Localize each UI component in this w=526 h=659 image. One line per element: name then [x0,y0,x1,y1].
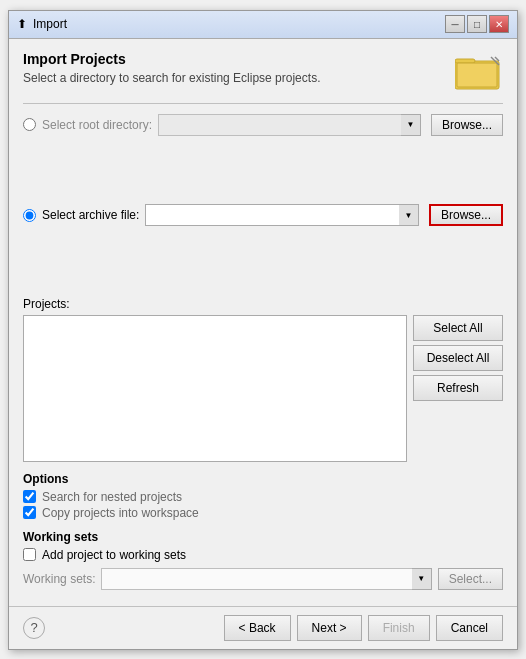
add-working-sets-checkbox[interactable] [23,548,36,561]
archive-file-row: Select archive file: ▼ Browse... [23,142,503,289]
deselect-all-button[interactable]: Deselect All [413,345,503,371]
finish-button[interactable]: Finish [368,615,430,641]
root-directory-dropdown[interactable] [158,114,421,136]
refresh-button[interactable]: Refresh [413,375,503,401]
help-button[interactable]: ? [23,617,45,639]
header-text: Import Projects Select a directory to se… [23,51,320,85]
search-nested-row: Search for nested projects [23,490,503,504]
add-to-working-sets-row: Add project to working sets [23,548,503,562]
header-section: Import Projects Select a directory to se… [23,51,503,91]
folder-icon [455,51,503,91]
working-sets-combo-wrapper: ▼ [101,568,431,590]
projects-list[interactable] [23,315,407,462]
root-directory-combo-wrapper: ▼ [158,114,421,136]
archive-file-label[interactable]: Select archive file: [42,208,139,222]
maximize-button[interactable]: □ [467,15,487,33]
search-nested-checkbox[interactable] [23,490,36,503]
options-title: Options [23,472,503,486]
archive-file-dropdown[interactable] [145,204,419,226]
add-working-sets-label[interactable]: Add project to working sets [42,548,186,562]
cancel-button[interactable]: Cancel [436,615,503,641]
root-directory-row: Select root directory: ▼ Browse... [23,114,503,136]
import-dialog: ⬆ Import ─ □ ✕ Import Projects Select a … [8,10,518,650]
title-buttons: ─ □ ✕ [445,15,509,33]
minimize-button[interactable]: ─ [445,15,465,33]
header-separator [23,103,503,104]
archive-file-combo-wrapper: ▼ [145,204,419,226]
working-sets-section: Working sets Add project to working sets… [23,530,503,590]
window-title: Import [33,17,67,31]
back-button[interactable]: < Back [224,615,291,641]
select-all-button[interactable]: Select All [413,315,503,341]
dialog-footer: ? < Back Next > Finish Cancel [9,606,517,649]
window-icon: ⬆ [17,17,27,31]
footer-buttons: < Back Next > Finish Cancel [224,615,503,641]
next-button[interactable]: Next > [297,615,362,641]
svg-rect-2 [457,63,497,87]
projects-label: Projects: [23,297,503,311]
projects-area: Select All Deselect All Refresh [23,315,503,462]
archive-file-browse-button[interactable]: Browse... [429,204,503,226]
working-sets-dropdown[interactable] [101,568,431,590]
working-sets-select-button[interactable]: Select... [438,568,503,590]
options-section: Options Search for nested projects Copy … [23,472,503,522]
copy-projects-row: Copy projects into workspace [23,506,503,520]
svg-line-4 [495,57,499,61]
title-bar: ⬆ Import ─ □ ✕ [9,11,517,39]
svg-rect-1 [455,59,475,63]
root-directory-browse-button[interactable]: Browse... [431,114,503,136]
footer-left: ? [23,617,45,639]
root-directory-radio[interactable] [23,118,36,131]
working-sets-label: Working sets: [23,572,95,586]
working-sets-title: Working sets [23,530,503,544]
working-sets-input-row: Working sets: ▼ Select... [23,568,503,590]
dialog-subtitle: Select a directory to search for existin… [23,71,320,85]
dialog-title: Import Projects [23,51,320,67]
copy-projects-checkbox[interactable] [23,506,36,519]
search-nested-label[interactable]: Search for nested projects [42,490,182,504]
dialog-content: Import Projects Select a directory to se… [9,39,517,606]
close-button[interactable]: ✕ [489,15,509,33]
copy-projects-label[interactable]: Copy projects into workspace [42,506,199,520]
projects-buttons: Select All Deselect All Refresh [413,315,503,462]
archive-file-radio[interactable] [23,209,36,222]
root-directory-label[interactable]: Select root directory: [42,118,152,132]
